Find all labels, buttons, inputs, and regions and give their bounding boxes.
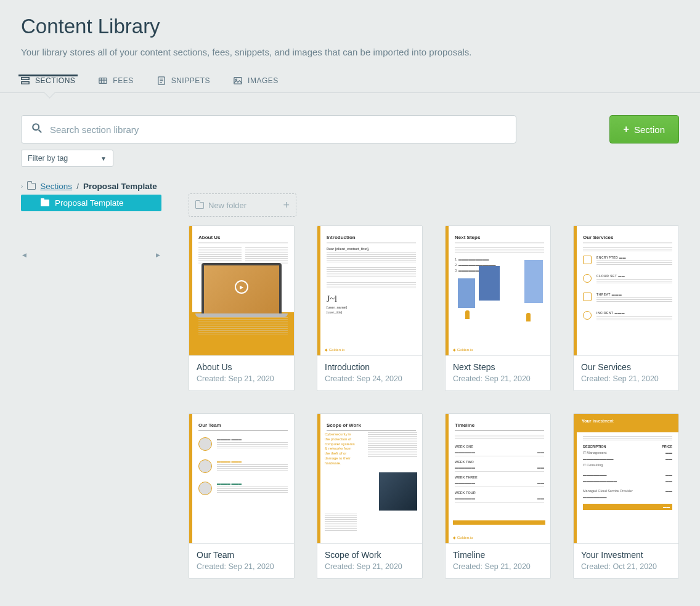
search-icon xyxy=(31,123,43,136)
svg-point-6 xyxy=(33,124,39,130)
card-created: Created: Oct 21, 2020 xyxy=(581,562,671,571)
section-card[interactable]: Timeline WEEK ONE ▬▬▬▬▬▬▬▬ WEEK TWO ▬▬▬▬… xyxy=(445,413,551,579)
card-created: Created: Sep 21, 2020 xyxy=(581,374,671,383)
card-created: Created: Sep 24, 2020 xyxy=(325,374,415,383)
chevron-right-icon: ▶ xyxy=(156,252,160,258)
section-card[interactable]: About Us ▶ About Us Created: Sep 21, 202… xyxy=(189,225,295,391)
tab-snippets[interactable]: SNIPPETS xyxy=(157,76,210,92)
sections-icon xyxy=(21,76,30,85)
tree-hscroll[interactable]: ◀ ▶ xyxy=(21,251,161,259)
new-section-button[interactable]: + Section xyxy=(609,115,679,143)
tab-images[interactable]: IMAGES xyxy=(234,76,279,92)
card-title: About Us xyxy=(197,362,287,372)
new-folder-label: New folder xyxy=(208,201,246,210)
section-card[interactable]: Our Services ENCRYPTED ▬▬ CLOUD SET ▬▬ T… xyxy=(573,225,679,391)
new-button-label: Section xyxy=(634,124,665,135)
section-thumbnail: Introduction Dear [client_contact_first]… xyxy=(317,226,422,356)
section-card[interactable]: Our Team ▬▬▬▬ ▬▬▬ ▬▬▬▬ ▬▬▬ ▬▬▬▬ ▬▬▬ Our … xyxy=(189,413,295,579)
tab-label: SNIPPETS xyxy=(171,76,210,85)
tree-item-label: Proposal Template xyxy=(55,198,124,208)
section-thumbnail: Timeline WEEK ONE ▬▬▬▬▬▬▬▬ WEEK TWO ▬▬▬▬… xyxy=(446,414,550,544)
folder-icon xyxy=(41,200,49,206)
search-input[interactable] xyxy=(50,124,506,135)
card-created: Created: Sep 21, 2020 xyxy=(453,562,543,571)
svg-point-5 xyxy=(235,79,237,80)
filter-label: Filter by tag xyxy=(28,154,68,163)
section-card[interactable]: Scope of Work Cybersecurity is the prote… xyxy=(317,413,423,579)
section-card[interactable]: Your Investment DESCRIPTIONPRICE IT Mana… xyxy=(573,413,679,579)
svg-rect-2 xyxy=(99,78,107,83)
card-title: Our Services xyxy=(581,362,671,372)
card-created: Created: Sep 21, 2020 xyxy=(453,374,543,383)
folder-icon xyxy=(195,202,204,209)
section-grid: About Us ▶ About Us Created: Sep 21, 202… xyxy=(189,225,679,579)
chevron-right-icon: › xyxy=(21,183,23,190)
section-thumbnail: Our Services ENCRYPTED ▬▬ CLOUD SET ▬▬ T… xyxy=(574,226,678,356)
section-thumbnail: Scope of Work Cybersecurity is the prote… xyxy=(317,414,422,544)
folder-icon xyxy=(27,183,36,190)
card-created: Created: Sep 21, 2020 xyxy=(197,562,287,571)
card-title: Our Team xyxy=(197,550,287,560)
tab-label: SECTIONS xyxy=(35,76,75,85)
section-card[interactable]: Next Steps 1. ▬▬▬▬▬▬▬▬▬2. ▬▬▬▬▬▬▬▬▬▬▬3. … xyxy=(445,225,551,391)
card-title: Timeline xyxy=(453,550,543,560)
card-created: Created: Sep 21, 2020 xyxy=(197,374,287,383)
search-box[interactable] xyxy=(21,115,516,143)
page-title: Content Library xyxy=(21,15,679,38)
tab-label: IMAGES xyxy=(248,76,279,85)
card-title: Your Investment xyxy=(581,550,671,560)
fees-icon xyxy=(99,76,107,85)
tabs: SECTIONS FEES SNIPPETS IMAGES xyxy=(0,76,700,93)
section-thumbnail: Next Steps 1. ▬▬▬▬▬▬▬▬▬2. ▬▬▬▬▬▬▬▬▬▬▬3. … xyxy=(446,226,550,356)
plus-icon: + xyxy=(283,199,290,212)
tab-sections[interactable]: SECTIONS xyxy=(21,76,75,92)
card-title: Scope of Work xyxy=(325,550,415,560)
tab-fees[interactable]: FEES xyxy=(99,76,133,92)
svg-rect-0 xyxy=(22,78,29,80)
filter-by-tag[interactable]: Filter by tag ▼ xyxy=(21,150,113,167)
tree-item-proposal-template[interactable]: Proposal Template xyxy=(21,195,161,211)
plus-icon: + xyxy=(624,124,629,135)
breadcrumb: › Sections / Proposal Template xyxy=(21,182,679,191)
section-card[interactable]: Introduction Dear [client_contact_first]… xyxy=(317,225,423,391)
card-title: Introduction xyxy=(325,362,415,372)
section-thumbnail: Our Team ▬▬▬▬ ▬▬▬ ▬▬▬▬ ▬▬▬ ▬▬▬▬ ▬▬▬ xyxy=(189,414,294,544)
tab-label: FEES xyxy=(113,76,133,85)
images-icon xyxy=(234,76,242,85)
breadcrumb-root[interactable]: Sections xyxy=(40,182,72,191)
section-thumbnail: About Us ▶ xyxy=(189,226,294,356)
folder-tree: Proposal Template ◀ ▶ xyxy=(21,193,161,579)
section-thumbnail: Your Investment DESCRIPTIONPRICE IT Mana… xyxy=(574,414,678,544)
chevron-left-icon: ◀ xyxy=(22,252,26,258)
card-title: Next Steps xyxy=(453,362,543,372)
snippets-icon xyxy=(157,76,166,85)
new-folder-button[interactable]: New folder + xyxy=(189,193,296,217)
chevron-down-icon: ▼ xyxy=(100,155,107,162)
svg-rect-4 xyxy=(234,77,242,84)
svg-rect-1 xyxy=(22,82,29,84)
card-created: Created: Sep 21, 2020 xyxy=(325,562,415,571)
breadcrumb-current: Proposal Template xyxy=(83,182,157,191)
page-subtitle: Your library stores all of your content … xyxy=(21,47,679,57)
